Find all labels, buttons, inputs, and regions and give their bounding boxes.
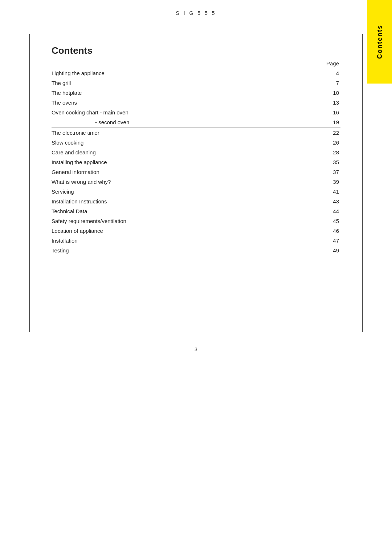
toc-item-page: 37 [296,167,340,177]
toc-item-page: 10 [296,88,340,98]
toc-item-page: 49 [296,246,340,255]
toc-row: The electronic timer22 [52,128,340,138]
toc-item-title: Safety requirements/ventilation [52,216,296,226]
toc-item-page: 47 [296,236,340,246]
toc-item-title: Installation Instructions [52,197,296,206]
toc-row: The ovens13 [52,98,340,108]
toc-item-page: 4 [296,68,340,78]
toc-row: Technical Data44 [52,206,340,216]
toc-item-title: Testing [52,246,296,255]
toc-item-page: 45 [296,216,340,226]
toc-item-title: Technical Data [52,206,296,216]
toc-row: - second oven19 [52,117,340,128]
toc-page-header: Page [296,58,340,68]
toc-item-title: Care and cleaning [52,147,296,157]
toc-item-title: The electronic timer [52,128,296,138]
toc-item-title: Oven cooking chart - main oven [52,108,296,117]
toc-item-title: Installing the appliance [52,157,296,167]
toc-item-page: 13 [296,98,340,108]
contents-tab-label: Contents [376,25,384,59]
page-number: 3 [0,347,392,352]
toc-item-page: 44 [296,206,340,216]
toc-item-page: 19 [296,117,340,128]
toc-row: The grill7 [52,78,340,88]
toc-item-page: 43 [296,197,340,206]
toc-row: What is wrong and why?39 [52,177,340,187]
toc-item-title: The grill [52,78,296,88]
toc-row: Servicing41 [52,187,340,197]
toc-item-page: 41 [296,187,340,197]
toc-item-page: 35 [296,157,340,167]
toc-header-row: Page [52,58,340,68]
toc-item-title: Slow cooking [52,138,296,147]
toc-item-title: Location of appliance [52,226,296,236]
toc-item-title: Lighting the appliance [52,68,296,78]
toc-row: Care and cleaning28 [52,147,340,157]
toc-row: Safety requirements/ventilation45 [52,216,340,226]
toc-item-page: 28 [296,147,340,157]
toc-row: General information37 [52,167,340,177]
toc-item-title: The hotplate [52,88,296,98]
toc-item-page: 16 [296,108,340,117]
toc-item-title: - second oven [52,117,296,128]
toc-item-page: 22 [296,128,340,138]
toc-row: Lighting the appliance4 [52,68,340,78]
toc-item-page: 39 [296,177,340,187]
toc-item-title: Installation [52,236,296,246]
toc-row: The hotplate10 [52,88,340,98]
content-area: Contents Page Lighting the appliance4The… [29,34,363,332]
toc-row: Oven cooking chart - main oven16 [52,108,340,117]
toc-table: Page Lighting the appliance4The grill7Th… [52,58,340,255]
toc-row: Slow cooking26 [52,138,340,147]
toc-row: Location of appliance46 [52,226,340,236]
toc-item-title: What is wrong and why? [52,177,296,187]
toc-item-title: General information [52,167,296,177]
toc-item-title: The ovens [52,98,296,108]
toc-row: Testing49 [52,246,340,255]
toc-row: Installation47 [52,236,340,246]
toc-item-page: 26 [296,138,340,147]
toc-item-page: 7 [296,78,340,88]
page-title: S I G 5 5 5 [0,0,392,20]
contents-tab: Contents [367,0,392,84]
toc-row: Installation Instructions43 [52,197,340,206]
contents-heading: Contents [52,45,340,56]
toc-title-header [52,58,296,68]
toc-item-title: Servicing [52,187,296,197]
toc-row: Installing the appliance35 [52,157,340,167]
toc-item-page: 46 [296,226,340,236]
